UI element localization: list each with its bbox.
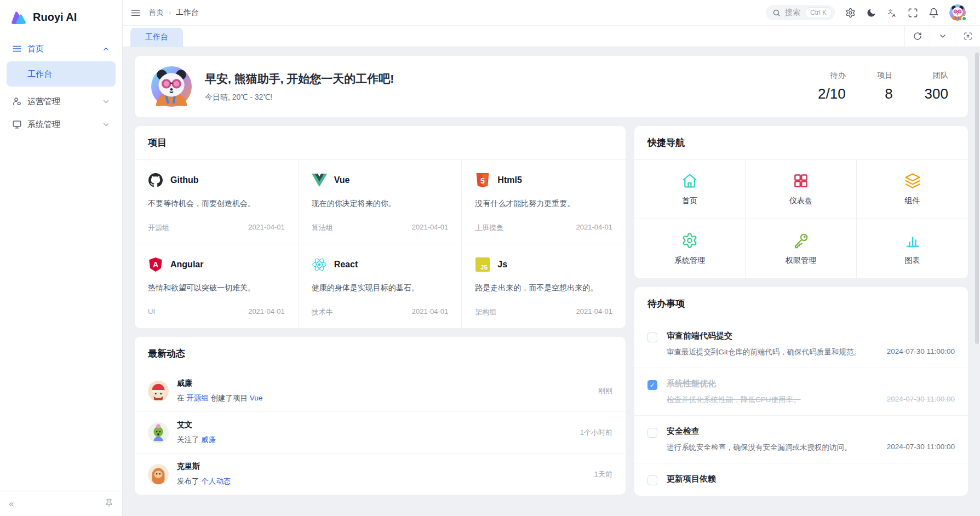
page-content: 早安, 熊猫助手, 开始您一天的工作吧! 今日晴, 20℃ - 32℃! 待办 … bbox=[123, 47, 980, 516]
project-desc: 不要等待机会，而要创造机会。 bbox=[148, 199, 285, 209]
settings-icon[interactable] bbox=[845, 8, 856, 18]
project-date: 2021-04-01 bbox=[248, 307, 285, 316]
breadcrumb-separator: › bbox=[169, 9, 171, 16]
todos-title: 待办事项 bbox=[634, 287, 968, 320]
news-link-group[interactable]: 开源组 bbox=[186, 394, 209, 402]
chevron-up-icon bbox=[102, 45, 110, 53]
welcome-stats: 待办 2/10 项目 8 团队 300 bbox=[818, 71, 952, 102]
project-desc: 现在的你决定将来的你。 bbox=[312, 199, 449, 209]
project-name: Vue bbox=[334, 175, 350, 185]
translate-icon[interactable]: 文 A bbox=[887, 8, 897, 18]
chevron-down-icon bbox=[938, 32, 947, 41]
quicknav-dashboard[interactable]: 仪表盘 bbox=[746, 160, 857, 219]
news-item: 威廉 在 开源组 创建了项目 Vue 刚刚 bbox=[135, 370, 626, 412]
stat-todo: 待办 2/10 bbox=[818, 71, 846, 102]
svg-text:A: A bbox=[153, 260, 158, 269]
quicknav-home[interactable]: 首页 bbox=[634, 160, 746, 219]
focus-icon bbox=[964, 32, 972, 41]
quicknav-label: 系统管理 bbox=[674, 256, 705, 266]
news-text: 关注了 威廉 bbox=[177, 435, 572, 445]
welcome-title: 早安, 熊猫助手, 开始您一天的工作吧! bbox=[205, 71, 394, 87]
news-item: 艾文 关注了 威廉 1个小时前 bbox=[135, 412, 626, 454]
monitor-icon bbox=[12, 119, 22, 129]
todo-desc: 进行系统安全检查，确保没有安全漏洞或未授权的访问。 bbox=[667, 443, 852, 452]
project-group: 技术牛 bbox=[312, 307, 333, 317]
project-group: 算法组 bbox=[312, 223, 333, 233]
logo[interactable]: Ruoyi AI bbox=[0, 0, 122, 34]
vertical-scrollbar[interactable] bbox=[975, 53, 979, 344]
collapse-sidebar-button[interactable]: « bbox=[9, 499, 14, 508]
bell-icon[interactable] bbox=[929, 8, 939, 18]
stat-team: 团队 300 bbox=[925, 71, 948, 102]
project-name: Angular bbox=[170, 260, 203, 270]
pin-icon[interactable] bbox=[105, 498, 113, 509]
sidebar-item-system[interactable]: 系统管理 bbox=[7, 113, 116, 136]
sidebar-item-home[interactable]: 首页 bbox=[7, 37, 116, 60]
news-item: 克里斯 发布了 个人动态 1天前 bbox=[135, 454, 626, 495]
news-body: 威廉 在 开源组 创建了项目 Vue bbox=[177, 379, 590, 403]
left-column: 项目 Github 不要等待机会，而要创造机会。 开源组 20 bbox=[135, 126, 626, 495]
projects-card: 项目 Github 不要等待机会，而要创造机会。 开源组 20 bbox=[135, 126, 626, 328]
menu-lines-icon bbox=[12, 44, 22, 54]
refresh-button[interactable] bbox=[904, 26, 930, 47]
tabbar: 工作台 bbox=[123, 25, 980, 47]
news-link-user[interactable]: 威廉 bbox=[201, 435, 216, 444]
project-card-js[interactable]: JS Js 路是走出来的，而不是空想出来的。 架构组 2021-04-01 bbox=[462, 244, 626, 328]
todo-body: 系统性能优化 检查并优化系统性能，降低CPU使用率。 2024-07-30 11… bbox=[667, 379, 955, 405]
topbar: 首页 › 工作台 搜索 Ctrl K 文 bbox=[123, 0, 980, 25]
news-user: 艾文 bbox=[177, 420, 572, 430]
news-link-project[interactable]: Vue bbox=[250, 394, 263, 402]
project-date: 2021-04-01 bbox=[412, 223, 449, 233]
moon-icon[interactable] bbox=[866, 8, 876, 18]
user-avatar[interactable] bbox=[949, 4, 966, 21]
project-card-react[interactable]: React 健康的身体是实现目标的基石。 技术牛 2021-04-01 bbox=[299, 244, 462, 328]
sidebar-item-workbench[interactable]: 工作台 bbox=[7, 61, 116, 87]
todo-checkbox[interactable] bbox=[647, 332, 657, 342]
stat-label: 项目 bbox=[878, 71, 893, 81]
news-text-mid: 创建了项目 bbox=[209, 394, 250, 402]
stat-label: 待办 bbox=[830, 71, 846, 81]
todo-date: 2024-07-30 11:00:00 bbox=[887, 347, 955, 357]
quicknav-label: 首页 bbox=[682, 196, 697, 206]
quicknav-system[interactable]: 系统管理 bbox=[634, 219, 746, 278]
avatar-chris bbox=[148, 464, 169, 485]
project-card-angular[interactable]: A Angular 热情和欲望可以突破一切难关。 UI 2021-04-01 bbox=[135, 244, 299, 328]
project-card-vue[interactable]: Vue 现在的你决定将来的你。 算法组 2021-04-01 bbox=[299, 160, 462, 244]
project-name: React bbox=[334, 260, 358, 270]
tab-menu-button[interactable] bbox=[930, 26, 955, 47]
hamburger-icon[interactable] bbox=[130, 8, 141, 18]
chevron-down-icon bbox=[102, 98, 110, 106]
welcome-card: 早安, 熊猫助手, 开始您一天的工作吧! 今日晴, 20℃ - 32℃! 待办 … bbox=[135, 56, 968, 117]
breadcrumb-home[interactable]: 首页 bbox=[148, 8, 164, 18]
sidebar-menu: 首页 工作台 运营管理 系统管理 bbox=[0, 34, 122, 491]
quicknav-components[interactable]: 组件 bbox=[857, 160, 968, 219]
vue-icon bbox=[312, 173, 327, 187]
todo-checkbox[interactable] bbox=[647, 475, 657, 485]
welcome-subtitle: 今日晴, 20℃ - 32℃! bbox=[205, 93, 394, 102]
breadcrumb: 首页 › 工作台 bbox=[148, 8, 199, 18]
project-card-html5[interactable]: 5 Html5 没有什么才能比努力更重要。 上班摸鱼 2021-04-01 bbox=[462, 160, 626, 244]
projects-grid: Github 不要等待机会，而要创造机会。 开源组 2021-04-01 bbox=[135, 160, 626, 328]
search-input[interactable]: 搜索 Ctrl K bbox=[766, 5, 835, 20]
todo-checkbox[interactable] bbox=[647, 428, 657, 438]
sidebar-item-operation[interactable]: 运营管理 bbox=[7, 90, 116, 113]
content-fullscreen-button[interactable] bbox=[955, 26, 980, 47]
news-text: 在 开源组 创建了项目 Vue bbox=[177, 393, 590, 403]
sidebar-footer: « bbox=[0, 491, 122, 516]
fullscreen-icon[interactable] bbox=[908, 8, 918, 18]
todo-title: 安全检查 bbox=[667, 426, 955, 437]
tab-workbench[interactable]: 工作台 bbox=[130, 28, 183, 47]
project-desc: 没有什么才能比努力更重要。 bbox=[475, 199, 612, 209]
project-group: 上班摸鱼 bbox=[475, 223, 503, 233]
refresh-icon bbox=[913, 32, 922, 41]
news-link-activity[interactable]: 个人动态 bbox=[201, 477, 231, 485]
project-card-github[interactable]: Github 不要等待机会，而要创造机会。 开源组 2021-04-01 bbox=[135, 160, 299, 244]
quicknav-label: 图表 bbox=[905, 256, 920, 266]
avatar-william bbox=[148, 381, 169, 402]
quicknav-permissions[interactable]: 权限管理 bbox=[746, 219, 857, 278]
js-icon: JS bbox=[475, 257, 490, 272]
chart-icon bbox=[904, 232, 921, 249]
todo-checkbox-checked[interactable]: ✓ bbox=[647, 380, 657, 390]
quicknav-charts[interactable]: 图表 bbox=[857, 219, 968, 278]
project-name: Html5 bbox=[497, 175, 521, 185]
